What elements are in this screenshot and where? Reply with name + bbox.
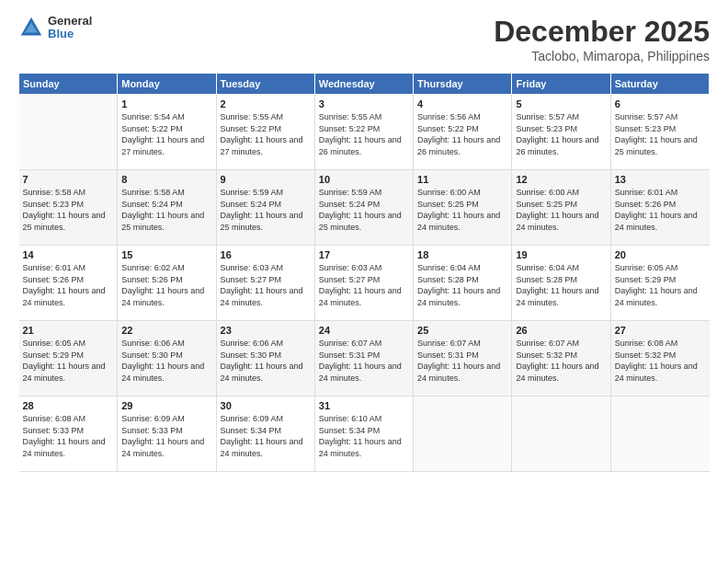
logo-text: General Blue bbox=[48, 15, 92, 41]
day-number: 1 bbox=[121, 98, 211, 109]
calendar-cell bbox=[19, 95, 118, 170]
month-title: December 2025 bbox=[494, 15, 710, 49]
weekday-header-row: SundayMondayTuesdayWednesdayThursdayFrid… bbox=[19, 74, 710, 95]
day-number: 24 bbox=[319, 325, 409, 336]
day-number: 23 bbox=[221, 325, 311, 336]
weekday-header-wednesday: Wednesday bbox=[314, 74, 413, 95]
day-info: Sunrise: 5:57 AMSunset: 5:23 PMDaylight:… bbox=[516, 111, 606, 157]
day-info: Sunrise: 5:54 AMSunset: 5:22 PMDaylight:… bbox=[121, 111, 211, 157]
day-number: 16 bbox=[221, 249, 311, 260]
calendar-cell: 22Sunrise: 6:06 AMSunset: 5:30 PMDayligh… bbox=[118, 321, 216, 396]
day-number: 11 bbox=[417, 174, 507, 185]
logo-line1: General bbox=[48, 15, 92, 28]
day-info: Sunrise: 5:59 AMSunset: 5:24 PMDaylight:… bbox=[319, 187, 409, 233]
calendar-cell: 30Sunrise: 6:09 AMSunset: 5:34 PMDayligh… bbox=[216, 396, 314, 472]
weekday-header-monday: Monday bbox=[118, 74, 216, 95]
calendar-cell: 9Sunrise: 5:59 AMSunset: 5:24 PMDaylight… bbox=[216, 170, 314, 246]
day-info: Sunrise: 5:58 AMSunset: 5:23 PMDaylight:… bbox=[23, 187, 114, 233]
day-info: Sunrise: 6:03 AMSunset: 5:27 PMDaylight:… bbox=[221, 262, 311, 308]
day-info: Sunrise: 6:09 AMSunset: 5:33 PMDaylight:… bbox=[121, 413, 211, 459]
calendar-cell: 1Sunrise: 5:54 AMSunset: 5:22 PMDaylight… bbox=[118, 95, 216, 170]
calendar-cell: 6Sunrise: 5:57 AMSunset: 5:23 PMDaylight… bbox=[610, 95, 709, 170]
day-number: 5 bbox=[516, 98, 606, 109]
day-info: Sunrise: 6:07 AMSunset: 5:31 PMDaylight:… bbox=[319, 338, 409, 384]
day-number: 8 bbox=[121, 174, 211, 185]
day-info: Sunrise: 5:57 AMSunset: 5:23 PMDaylight:… bbox=[615, 111, 706, 157]
calendar-cell: 7Sunrise: 5:58 AMSunset: 5:23 PMDaylight… bbox=[19, 170, 118, 246]
weekday-header-tuesday: Tuesday bbox=[216, 74, 314, 95]
location-title: Taclobo, Mimaropa, Philippines bbox=[494, 49, 710, 63]
calendar-cell bbox=[414, 396, 512, 472]
calendar-cell: 27Sunrise: 6:08 AMSunset: 5:32 PMDayligh… bbox=[610, 321, 709, 396]
calendar-cell: 25Sunrise: 6:07 AMSunset: 5:31 PMDayligh… bbox=[414, 321, 512, 396]
day-info: Sunrise: 6:07 AMSunset: 5:31 PMDaylight:… bbox=[417, 338, 507, 384]
calendar-cell: 8Sunrise: 5:58 AMSunset: 5:24 PMDaylight… bbox=[118, 170, 216, 246]
day-number: 20 bbox=[615, 249, 706, 260]
day-number: 29 bbox=[121, 400, 211, 411]
day-info: Sunrise: 5:55 AMSunset: 5:22 PMDaylight:… bbox=[221, 111, 311, 157]
calendar-cell: 14Sunrise: 6:01 AMSunset: 5:26 PMDayligh… bbox=[19, 246, 118, 321]
day-info: Sunrise: 6:04 AMSunset: 5:28 PMDaylight:… bbox=[417, 262, 507, 308]
day-info: Sunrise: 6:00 AMSunset: 5:25 PMDaylight:… bbox=[417, 187, 507, 233]
calendar-cell: 26Sunrise: 6:07 AMSunset: 5:32 PMDayligh… bbox=[512, 321, 610, 396]
calendar-cell: 2Sunrise: 5:55 AMSunset: 5:22 PMDaylight… bbox=[216, 95, 314, 170]
day-number: 30 bbox=[221, 400, 311, 411]
week-row-3: 14Sunrise: 6:01 AMSunset: 5:26 PMDayligh… bbox=[19, 246, 710, 321]
day-number: 18 bbox=[417, 249, 507, 260]
day-info: Sunrise: 6:07 AMSunset: 5:32 PMDaylight:… bbox=[516, 338, 606, 384]
day-number: 6 bbox=[615, 98, 706, 109]
day-info: Sunrise: 5:59 AMSunset: 5:24 PMDaylight:… bbox=[221, 187, 311, 233]
calendar-cell: 18Sunrise: 6:04 AMSunset: 5:28 PMDayligh… bbox=[414, 246, 512, 321]
day-info: Sunrise: 6:10 AMSunset: 5:34 PMDaylight:… bbox=[319, 413, 409, 459]
calendar-cell: 23Sunrise: 6:06 AMSunset: 5:30 PMDayligh… bbox=[216, 321, 314, 396]
day-number: 3 bbox=[319, 98, 409, 109]
day-number: 19 bbox=[516, 249, 606, 260]
day-number: 2 bbox=[221, 98, 311, 109]
calendar-cell: 24Sunrise: 6:07 AMSunset: 5:31 PMDayligh… bbox=[314, 321, 413, 396]
day-info: Sunrise: 6:06 AMSunset: 5:30 PMDaylight:… bbox=[121, 338, 211, 384]
day-info: Sunrise: 6:03 AMSunset: 5:27 PMDaylight:… bbox=[319, 262, 409, 308]
calendar-cell: 10Sunrise: 5:59 AMSunset: 5:24 PMDayligh… bbox=[314, 170, 413, 246]
day-info: Sunrise: 5:58 AMSunset: 5:24 PMDaylight:… bbox=[121, 187, 211, 233]
calendar-cell: 17Sunrise: 6:03 AMSunset: 5:27 PMDayligh… bbox=[314, 246, 413, 321]
day-info: Sunrise: 6:01 AMSunset: 5:26 PMDaylight:… bbox=[615, 187, 706, 233]
day-number: 10 bbox=[319, 174, 409, 185]
day-number: 28 bbox=[23, 400, 114, 411]
calendar-cell: 16Sunrise: 6:03 AMSunset: 5:27 PMDayligh… bbox=[216, 246, 314, 321]
calendar-cell: 5Sunrise: 5:57 AMSunset: 5:23 PMDaylight… bbox=[512, 95, 610, 170]
day-number: 14 bbox=[23, 249, 114, 260]
page: General Blue December 2025 Taclobo, Mima… bbox=[0, 0, 728, 563]
week-row-2: 7Sunrise: 5:58 AMSunset: 5:23 PMDaylight… bbox=[19, 170, 710, 246]
calendar-cell: 13Sunrise: 6:01 AMSunset: 5:26 PMDayligh… bbox=[610, 170, 709, 246]
weekday-header-friday: Friday bbox=[512, 74, 610, 95]
header: General Blue December 2025 Taclobo, Mima… bbox=[18, 15, 710, 63]
day-number: 31 bbox=[319, 400, 409, 411]
calendar-cell: 21Sunrise: 6:05 AMSunset: 5:29 PMDayligh… bbox=[19, 321, 118, 396]
day-info: Sunrise: 6:04 AMSunset: 5:28 PMDaylight:… bbox=[516, 262, 606, 308]
calendar-cell: 29Sunrise: 6:09 AMSunset: 5:33 PMDayligh… bbox=[118, 396, 216, 472]
day-number: 25 bbox=[417, 325, 507, 336]
weekday-header-thursday: Thursday bbox=[414, 74, 512, 95]
calendar-cell: 11Sunrise: 6:00 AMSunset: 5:25 PMDayligh… bbox=[414, 170, 512, 246]
logo-icon bbox=[18, 15, 44, 40]
calendar-cell bbox=[512, 396, 610, 472]
day-info: Sunrise: 6:01 AMSunset: 5:26 PMDaylight:… bbox=[23, 262, 114, 308]
day-number: 9 bbox=[221, 174, 311, 185]
calendar-cell: 28Sunrise: 6:08 AMSunset: 5:33 PMDayligh… bbox=[19, 396, 118, 472]
day-number: 7 bbox=[23, 174, 114, 185]
weekday-header-sunday: Sunday bbox=[19, 74, 118, 95]
day-info: Sunrise: 6:00 AMSunset: 5:25 PMDaylight:… bbox=[516, 187, 606, 233]
calendar: SundayMondayTuesdayWednesdayThursdayFrid… bbox=[18, 73, 710, 472]
calendar-cell: 31Sunrise: 6:10 AMSunset: 5:34 PMDayligh… bbox=[314, 396, 413, 472]
calendar-cell: 4Sunrise: 5:56 AMSunset: 5:22 PMDaylight… bbox=[414, 95, 512, 170]
day-number: 15 bbox=[121, 249, 211, 260]
calendar-cell: 19Sunrise: 6:04 AMSunset: 5:28 PMDayligh… bbox=[512, 246, 610, 321]
week-row-5: 28Sunrise: 6:08 AMSunset: 5:33 PMDayligh… bbox=[19, 396, 710, 472]
day-info: Sunrise: 6:05 AMSunset: 5:29 PMDaylight:… bbox=[615, 262, 706, 308]
day-number: 13 bbox=[615, 174, 706, 185]
day-info: Sunrise: 6:08 AMSunset: 5:32 PMDaylight:… bbox=[615, 338, 706, 384]
day-info: Sunrise: 6:06 AMSunset: 5:30 PMDaylight:… bbox=[221, 338, 311, 384]
logo: General Blue bbox=[18, 15, 92, 41]
logo-line2: Blue bbox=[48, 28, 92, 40]
day-number: 27 bbox=[615, 325, 706, 336]
